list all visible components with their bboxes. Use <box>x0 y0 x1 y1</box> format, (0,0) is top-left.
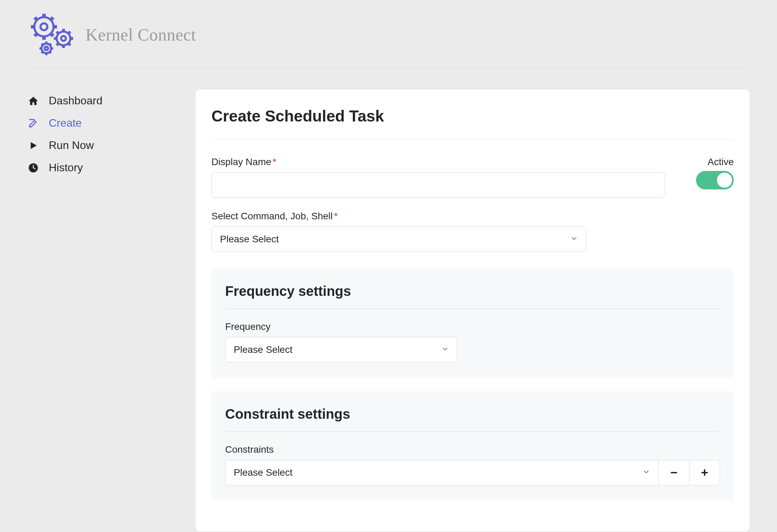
remove-constraint-button[interactable]: − <box>658 460 689 485</box>
frequency-select-value: Please Select <box>234 344 292 355</box>
svg-line-7 <box>35 34 37 36</box>
sidebar-item-history[interactable]: History <box>27 157 165 179</box>
constraints-label: Constraints <box>225 444 720 455</box>
main-card: Create Scheduled Task Display Name* Acti… <box>196 90 750 531</box>
brand-name: Kernel Connect <box>85 25 196 45</box>
active-toggle[interactable] <box>696 171 734 189</box>
edit-icon <box>27 117 39 129</box>
svg-line-19 <box>57 32 59 34</box>
svg-point-1 <box>40 23 47 30</box>
svg-line-13 <box>68 32 70 34</box>
command-label: Select Command, Job, Shell* <box>211 211 734 222</box>
sidebar-item-dashboard[interactable]: Dashboard <box>27 90 165 112</box>
sidebar: Dashboard Create Run Now History <box>27 90 165 531</box>
header: Kernel Connect <box>27 0 750 68</box>
svg-line-5 <box>51 34 53 36</box>
svg-point-21 <box>45 47 48 50</box>
frequency-label: Frequency <box>225 321 720 332</box>
play-icon <box>27 140 39 151</box>
command-select[interactable]: Please Select <box>211 227 586 252</box>
svg-line-27 <box>42 52 43 53</box>
active-label: Active <box>708 157 734 167</box>
svg-line-15 <box>68 43 70 45</box>
svg-line-25 <box>50 52 51 53</box>
minus-icon: − <box>670 465 677 480</box>
svg-line-9 <box>35 18 37 20</box>
command-select-value: Please Select <box>220 234 279 245</box>
display-name-input[interactable] <box>211 172 665 198</box>
frequency-section: Frequency settings Frequency Please Sele… <box>211 268 734 378</box>
constraints-select[interactable]: Please Select <box>225 460 658 485</box>
required-asterisk: * <box>334 211 338 221</box>
sidebar-item-label: History <box>49 161 83 174</box>
sidebar-item-label: Create <box>49 117 82 129</box>
display-name-label-text: Display Name <box>211 157 271 167</box>
svg-point-20 <box>42 44 51 53</box>
home-icon <box>27 95 39 107</box>
sidebar-item-label: Run Now <box>49 139 94 152</box>
add-constraint-button[interactable]: + <box>689 460 720 485</box>
required-asterisk: * <box>272 157 276 167</box>
constraint-section: Constraint settings Constraints Please S… <box>211 391 734 500</box>
svg-line-29 <box>42 44 43 45</box>
display-name-label: Display Name* <box>211 157 665 167</box>
sidebar-item-run-now[interactable]: Run Now <box>27 134 165 157</box>
svg-point-11 <box>61 36 66 41</box>
constraint-section-title: Constraint settings <box>225 406 720 432</box>
constraints-select-value: Please Select <box>234 467 292 478</box>
sidebar-item-create[interactable]: Create <box>27 112 165 134</box>
svg-line-17 <box>57 43 59 45</box>
page-title: Create Scheduled Task <box>211 107 734 139</box>
svg-point-0 <box>34 17 54 36</box>
plus-icon: + <box>701 465 708 480</box>
command-label-text: Select Command, Job, Shell <box>211 211 333 221</box>
logo-gears-icon <box>27 12 77 57</box>
frequency-section-title: Frequency settings <box>225 284 720 309</box>
svg-line-3 <box>51 18 53 20</box>
clock-icon <box>27 162 39 174</box>
toggle-knob <box>717 173 732 188</box>
sidebar-item-label: Dashboard <box>49 94 103 107</box>
frequency-select[interactable]: Please Select <box>225 337 457 362</box>
svg-line-23 <box>50 44 51 45</box>
